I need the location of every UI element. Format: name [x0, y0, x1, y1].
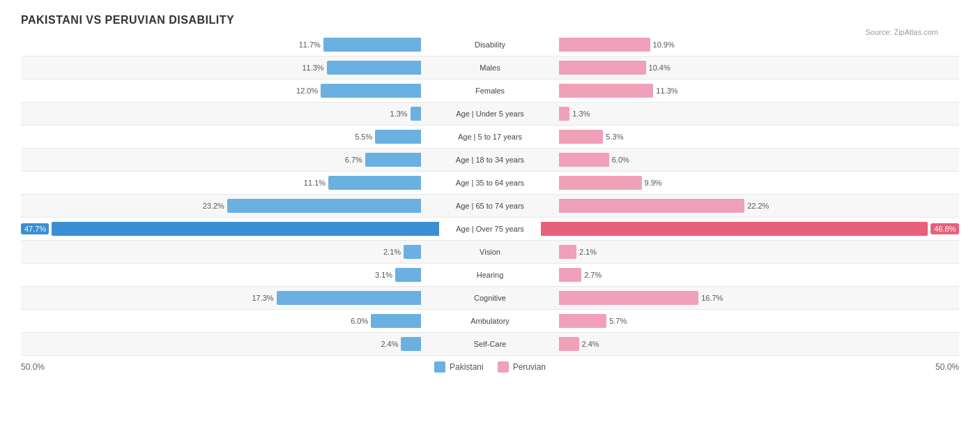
right-bar-container: 46.8%: [541, 218, 959, 240]
left-bar-container: 3.1%: [21, 264, 421, 286]
right-bar: [559, 153, 609, 167]
right-bar-container: 6.0%: [559, 149, 959, 171]
right-bar: [559, 337, 579, 351]
peruvian-color-box: [498, 361, 509, 373]
left-value: 11.3%: [298, 63, 324, 72]
right-value: 9.9%: [645, 179, 671, 187]
left-bar: [327, 61, 422, 75]
row-label: Disability: [421, 40, 559, 49]
left-value: 12.0%: [291, 87, 318, 95]
left-bar: [321, 84, 421, 98]
row-label: Females: [421, 87, 559, 95]
left-bar: [365, 153, 421, 167]
right-bar: [559, 245, 576, 259]
left-value: 47.7%: [21, 223, 49, 234]
right-value: 2.1%: [579, 248, 606, 256]
right-value: 10.9%: [653, 40, 680, 49]
right-value: 22.2%: [747, 202, 774, 210]
left-bar: [371, 314, 421, 328]
left-bar-container: 11.3%: [21, 57, 421, 79]
pakistani-label: Pakistani: [450, 362, 484, 372]
row-label: Age | 35 to 64 years: [421, 179, 559, 187]
chart-footer: 50.0% Pakistani Peruvian 50.0%: [21, 361, 959, 373]
legend: Pakistani Peruvian: [45, 361, 935, 373]
left-bar-container: 2.1%: [21, 241, 421, 263]
left-bar-container: 17.3%: [21, 287, 421, 309]
row-label: Age | 5 to 17 years: [421, 133, 559, 141]
left-bar-container: 6.0%: [21, 310, 421, 332]
right-value: 16.7%: [701, 294, 728, 302]
left-bar: [395, 268, 421, 282]
chart-row: 5.5% Age | 5 to 17 years 5.3%: [21, 126, 959, 149]
right-bar: [559, 107, 570, 121]
left-value: 2.4%: [372, 340, 398, 348]
right-bar-container: 11.3%: [559, 80, 959, 102]
left-bar-container: 5.5%: [21, 126, 421, 148]
row-label: Age | Under 5 years: [421, 110, 559, 118]
right-value: 6.0%: [612, 156, 638, 164]
left-bar-container: 11.1%: [21, 172, 421, 194]
row-label: Ambulatory: [421, 317, 559, 325]
left-bar-container: 23.2%: [21, 195, 421, 217]
right-value: 2.7%: [584, 271, 611, 279]
chart-row: 12.0% Females 11.3%: [21, 80, 959, 103]
pakistani-color-box: [434, 361, 445, 373]
left-value: 1.3%: [381, 110, 408, 118]
footer-right-value: 50.0%: [935, 362, 959, 372]
right-bar-container: 2.1%: [559, 241, 959, 263]
chart-row: 17.3% Cognitive 16.7%: [21, 287, 959, 310]
left-bar: [375, 130, 421, 144]
right-bar: [559, 268, 581, 282]
row-label: Hearing: [421, 271, 559, 279]
right-bar: [541, 222, 928, 236]
chart-container: 11.7% Disability 10.9% 11.3% Males 10.4%…: [21, 33, 959, 356]
right-bar: [559, 291, 698, 305]
chart-row: 11.1% Age | 35 to 64 years 9.9%: [21, 172, 959, 195]
left-value: 11.7%: [294, 40, 321, 49]
left-value: 23.2%: [198, 202, 224, 210]
right-bar-container: 10.9%: [559, 33, 959, 56]
row-label: Vision: [421, 248, 559, 256]
left-bar-container: 2.4%: [21, 333, 421, 355]
left-bar-container: 47.7%: [21, 218, 439, 240]
chart-row: 2.4% Self-Care 2.4%: [21, 333, 959, 356]
right-bar: [559, 176, 642, 190]
left-value: 17.3%: [247, 294, 274, 302]
right-bar-container: 22.2%: [559, 195, 959, 217]
left-bar: [227, 199, 421, 213]
right-bar-container: 1.3%: [559, 103, 959, 125]
left-bar: [323, 38, 421, 52]
row-label: Age | Over 75 years: [439, 225, 541, 233]
right-value: 10.4%: [649, 63, 675, 72]
right-bar: [559, 84, 654, 98]
left-bar: [277, 291, 422, 305]
chart-row: 6.7% Age | 18 to 34 years 6.0%: [21, 149, 959, 172]
right-bar-container: 2.4%: [559, 333, 959, 355]
left-bar: [52, 222, 439, 236]
right-value: 2.4%: [582, 340, 608, 348]
left-value: 6.0%: [342, 317, 368, 325]
chart-row: 23.2% Age | 65 to 74 years 22.2%: [21, 195, 959, 218]
chart-row: 47.7% Age | Over 75 years 46.8%: [21, 218, 959, 241]
left-bar-container: 11.7%: [21, 33, 421, 56]
right-bar-container: 10.4%: [559, 57, 959, 79]
legend-pakistani: Pakistani: [434, 361, 484, 373]
chart-row: 3.1% Hearing 2.7%: [21, 264, 959, 287]
right-bar: [559, 199, 744, 213]
left-value: 6.7%: [336, 156, 362, 164]
right-bar: [559, 38, 650, 52]
right-bar-container: 9.9%: [559, 172, 959, 194]
left-bar: [411, 107, 422, 121]
peruvian-label: Peruvian: [513, 362, 546, 372]
right-bar-container: 5.7%: [559, 310, 959, 332]
right-value: 5.7%: [609, 317, 636, 325]
left-value: 11.1%: [299, 179, 326, 187]
right-bar: [559, 314, 606, 328]
left-bar: [401, 337, 421, 351]
left-bar: [328, 176, 421, 190]
right-bar: [559, 61, 646, 75]
row-label: Males: [421, 63, 559, 72]
row-label: Age | 18 to 34 years: [421, 156, 559, 164]
left-bar-container: 12.0%: [21, 80, 421, 102]
left-bar: [404, 245, 421, 259]
